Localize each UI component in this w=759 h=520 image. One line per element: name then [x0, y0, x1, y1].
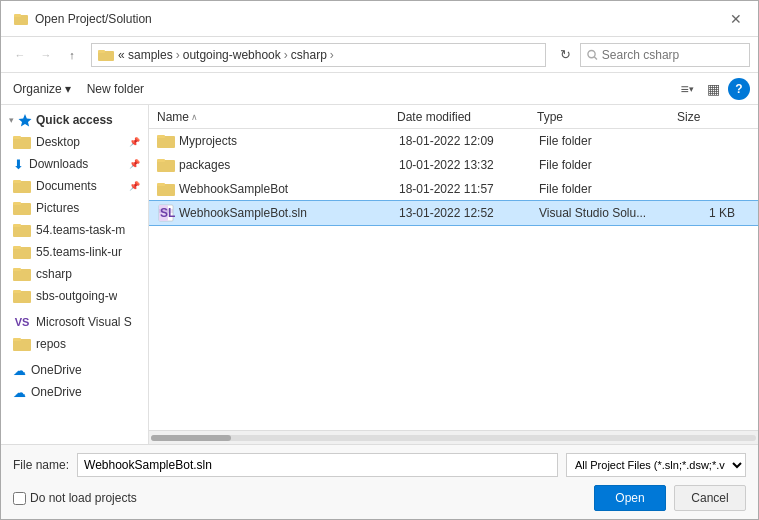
svg-rect-16	[13, 246, 21, 249]
refresh-button[interactable]: ↻	[554, 44, 576, 66]
sidebar-item-repos[interactable]: repos	[1, 333, 148, 355]
file-size: 1 KB	[679, 206, 739, 220]
table-row-selected[interactable]: SLN WebhookSampleBot.sln 13-01-2022 12:5…	[149, 201, 758, 225]
col-header-type[interactable]: Type	[537, 110, 677, 124]
open-project-dialog: Open Project/Solution ✕ ← → ↑ « samples …	[0, 0, 759, 520]
teams-task-folder-icon	[13, 223, 31, 237]
svg-rect-28	[157, 183, 165, 186]
address-part-1: « samples	[118, 48, 173, 62]
sidebar-onedrive2-label: OneDrive	[31, 385, 82, 399]
action-bar: Organize ▾ New folder ≡ ▾ ▦ ?	[1, 73, 758, 105]
help-button[interactable]: ?	[728, 78, 750, 100]
file-date: 18-01-2022 11:57	[399, 182, 539, 196]
do-not-load-row: Do not load projects	[13, 491, 137, 505]
folder-small-icon	[98, 49, 114, 61]
filename-input[interactable]	[77, 453, 558, 477]
navigation-toolbar: ← → ↑ « samples › outgoing-webhook › csh…	[1, 37, 758, 73]
file-date: 10-01-2022 13:32	[399, 158, 539, 172]
sidebar-item-ms-visual[interactable]: VS Microsoft Visual S	[1, 311, 148, 333]
svg-rect-8	[13, 136, 21, 139]
close-button[interactable]: ✕	[726, 9, 746, 29]
svg-point-4	[588, 50, 595, 57]
dialog-title: Open Project/Solution	[35, 12, 152, 26]
quick-access-star-icon	[18, 113, 32, 127]
search-box	[580, 43, 750, 67]
search-input[interactable]	[602, 48, 743, 62]
sln-file-icon: SLN	[157, 204, 175, 222]
col-header-date[interactable]: Date modified	[397, 110, 537, 124]
file-type: File folder	[539, 158, 679, 172]
scrollbar-track	[151, 435, 756, 441]
action-bar-right: ≡ ▾ ▦ ?	[676, 78, 750, 100]
back-button[interactable]: ←	[9, 44, 31, 66]
bottom-bar: File name: All Project Files (*.sln;*.ds…	[1, 444, 758, 519]
quick-access-expand-icon: ▾	[9, 115, 14, 125]
sidebar-item-onedrive1[interactable]: ☁ OneDrive	[1, 359, 148, 381]
filetype-select[interactable]: All Project Files (*.sln;*.dsw;*.vc	[566, 453, 746, 477]
ms-visual-icon: VS	[13, 316, 31, 328]
svg-marker-6	[19, 114, 32, 127]
file-type: File folder	[539, 134, 679, 148]
sbs-folder-icon	[13, 289, 31, 303]
sidebar-csharp-label: csharp	[36, 267, 72, 281]
sidebar-item-csharp[interactable]: csharp	[1, 263, 148, 285]
open-button[interactable]: Open	[594, 485, 666, 511]
new-folder-button[interactable]: New folder	[83, 80, 148, 98]
downloads-icon: ⬇	[13, 157, 24, 172]
sidebar-onedrive1-label: OneDrive	[31, 363, 82, 377]
table-row[interactable]: packages 10-01-2022 13:32 File folder	[149, 153, 758, 177]
column-headers: Name ∧ Date modified Type Size	[149, 105, 758, 129]
sidebar-downloads-pin: 📌	[129, 159, 140, 169]
do-not-load-checkbox[interactable]	[13, 492, 26, 505]
address-bar[interactable]: « samples › outgoing-webhook › csharp ›	[91, 43, 546, 67]
sidebar-item-teams-link[interactable]: 55.teams-link-ur	[1, 241, 148, 263]
sidebar-ms-visual-label: Microsoft Visual S	[36, 315, 132, 329]
table-row[interactable]: Myprojects 18-01-2022 12:09 File folder	[149, 129, 758, 153]
sidebar-teams-task-label: 54.teams-task-m	[36, 223, 125, 237]
documents-folder-icon	[13, 179, 31, 193]
horizontal-scrollbar[interactable]	[149, 430, 758, 444]
layout-button[interactable]: ▦	[702, 78, 724, 100]
file-name: WebhookSampleBot	[179, 182, 399, 196]
sidebar-item-sbs[interactable]: sbs-outgoing-w	[1, 285, 148, 307]
svg-rect-24	[157, 135, 165, 138]
sidebar-downloads-label: Downloads	[29, 157, 88, 171]
quick-access-header[interactable]: ▾ Quick access	[1, 109, 148, 131]
sort-arrow-icon: ∧	[191, 112, 198, 122]
sidebar-item-onedrive2[interactable]: ☁ OneDrive	[1, 381, 148, 403]
view-icon: ≡	[680, 81, 688, 97]
svg-rect-22	[13, 338, 21, 341]
sidebar-item-teams-task[interactable]: 54.teams-task-m	[1, 219, 148, 241]
file-name: packages	[179, 158, 399, 172]
forward-button[interactable]: →	[35, 44, 57, 66]
sidebar-item-downloads[interactable]: ⬇ Downloads 📌	[1, 153, 148, 175]
col-header-size[interactable]: Size	[677, 110, 737, 124]
sidebar-item-desktop[interactable]: Desktop 📌	[1, 131, 148, 153]
organize-label: Organize	[13, 82, 62, 96]
col-header-name[interactable]: Name ∧	[157, 110, 397, 124]
svg-rect-20	[13, 290, 21, 293]
organize-button[interactable]: Organize ▾	[9, 80, 75, 98]
svg-text:SLN: SLN	[160, 206, 175, 220]
desktop-folder-icon	[13, 135, 31, 149]
folder-icon	[157, 156, 175, 174]
dialog-icon	[13, 11, 29, 27]
csharp-folder-icon	[13, 267, 31, 281]
sidebar-item-pictures[interactable]: Pictures	[1, 197, 148, 219]
view-toggle-button[interactable]: ≡ ▾	[676, 78, 698, 100]
cancel-button[interactable]: Cancel	[674, 485, 746, 511]
folder-icon	[157, 132, 175, 150]
sidebar-teams-link-label: 55.teams-link-ur	[36, 245, 122, 259]
filename-label: File name:	[13, 458, 69, 472]
up-button[interactable]: ↑	[61, 44, 83, 66]
address-part-2: outgoing-webhook	[183, 48, 281, 62]
svg-rect-3	[98, 50, 105, 53]
file-type: File folder	[539, 182, 679, 196]
svg-rect-12	[13, 202, 21, 205]
view-arrow-icon: ▾	[689, 84, 694, 94]
table-row[interactable]: WebhookSampleBot 18-01-2022 11:57 File f…	[149, 177, 758, 201]
layout-icon: ▦	[707, 81, 720, 97]
sidebar-item-documents[interactable]: Documents 📌	[1, 175, 148, 197]
file-name: WebhookSampleBot.sln	[179, 206, 399, 220]
sidebar-documents-pin: 📌	[129, 181, 140, 191]
